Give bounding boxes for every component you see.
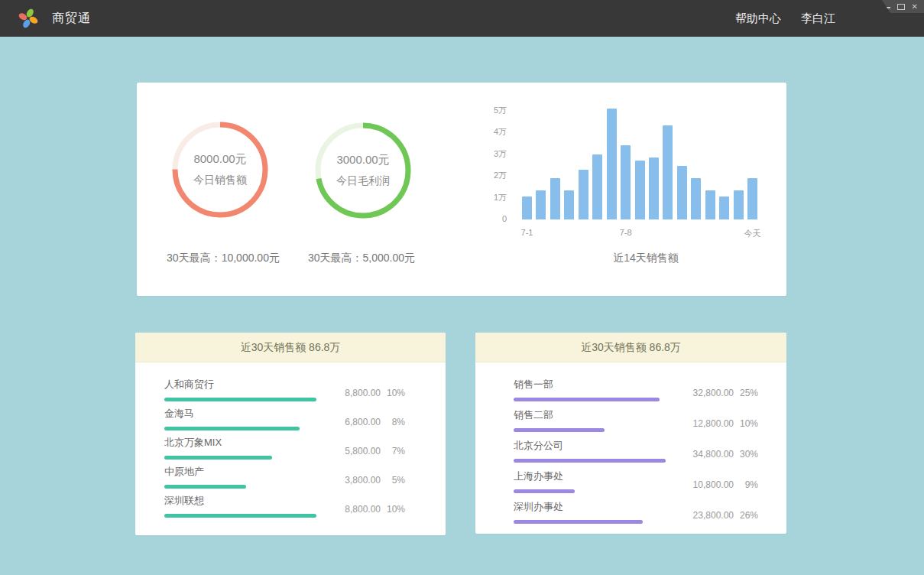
ranking-item-values: 3,800.00 5% xyxy=(321,475,405,486)
ranking-item-percent: 25% xyxy=(734,388,758,398)
ranking-item-value: 8,800.00 xyxy=(321,388,381,398)
ranking-item-value: 10,800.00 xyxy=(674,479,734,490)
ranking-item-percent: 8% xyxy=(381,417,405,427)
x-axis-tick-label: 7-1 xyxy=(521,228,533,237)
ranking-item-value: 5,800.00 xyxy=(321,446,381,456)
ranking-item-percent: 7% xyxy=(381,446,405,456)
ranking-list-item: 深圳办事处 23,800.00 26% xyxy=(475,500,786,519)
ranking-item-bar-track xyxy=(514,489,666,493)
ranking-item-value: 32,800.00 xyxy=(674,388,734,398)
close-icon[interactable]: ✕ xyxy=(912,3,918,11)
ranking-list-item: 北京万象MIX 5,800.00 7% xyxy=(135,436,446,455)
ranking-item-bar xyxy=(514,398,660,401)
ranking-item-value: 23,800.00 xyxy=(674,510,734,521)
today-sales-label: 今日销售额 xyxy=(193,174,247,187)
ranking-item-bar xyxy=(514,520,643,524)
chart-bar xyxy=(649,158,659,219)
ranking-item-bar xyxy=(514,459,666,463)
ranking-item-percent: 26% xyxy=(734,510,758,521)
chart-bar xyxy=(579,170,588,219)
today-profit-30day-max: 30天最高：5,000.00元 xyxy=(275,252,448,265)
ranking-item-value: 3,800.00 xyxy=(321,475,381,486)
help-center-link[interactable]: 帮助中心 xyxy=(735,11,781,26)
ranking-list-item: 中原地产 3,800.00 5% xyxy=(135,465,446,484)
ranking-item-bar xyxy=(514,489,575,493)
chart-bar xyxy=(677,166,687,219)
ranking-item-value: 12,800.00 xyxy=(674,418,734,429)
today-sales-donut: 8000.00元 今日销售额 xyxy=(170,120,270,219)
ranking-item-values: 34,800.00 30% xyxy=(674,449,758,460)
chart-bar xyxy=(719,197,729,219)
ranking-list-item: 深圳联想 8,800.00 10% xyxy=(135,494,446,513)
y-axis-tick-label: 1万 xyxy=(461,193,507,202)
ranking-list-item: 销售二部 12,800.00 10% xyxy=(475,408,786,427)
today-profit-value: 3000.00元 xyxy=(336,153,389,167)
ranking-item-percent: 30% xyxy=(734,449,758,460)
x-axis-tick-label: 今天 xyxy=(744,228,761,239)
ranking-list-item: 北京分公司 34,800.00 30% xyxy=(475,439,786,458)
bar-chart-caption: 近14天销售额 xyxy=(534,252,757,265)
ranking-item-bar xyxy=(164,485,246,489)
chart-bar xyxy=(635,161,645,219)
today-sales-value: 8000.00元 xyxy=(193,152,246,167)
chart-bar xyxy=(621,145,631,219)
ranking-item-bar-track xyxy=(164,427,316,430)
chart-bar xyxy=(663,125,673,220)
ranking-item-percent: 10% xyxy=(381,504,405,515)
ranking-item-values: 10,800.00 9% xyxy=(674,479,758,490)
ranking-item-percent: 10% xyxy=(381,388,405,398)
app-logo-pinwheel-icon xyxy=(17,7,40,30)
ranking-item-value: 6,800.00 xyxy=(321,417,381,427)
chart-bar xyxy=(550,178,560,219)
ranking-item-bar-track xyxy=(514,459,666,463)
chart-bar xyxy=(747,178,757,219)
ranking-item-value: 34,800.00 xyxy=(674,449,734,460)
ranking-list-item: 人和商贸行 8,800.00 10% xyxy=(135,378,446,397)
maximize-icon[interactable] xyxy=(897,4,905,10)
ranking-item-bar xyxy=(164,514,316,518)
ranking-item-percent: 9% xyxy=(734,479,758,490)
customer-ranking-list: 人和商贸行 8,800.00 10% 金海马 6,800.00 8% 北京万象M… xyxy=(135,362,446,513)
ranking-item-values: 8,800.00 10% xyxy=(321,388,405,398)
ranking-item-values: 5,800.00 7% xyxy=(321,446,405,456)
department-sales-ranking-card: 近30天销售额 86.8万 销售一部 32,800.00 25% 销售二部 12… xyxy=(475,333,786,534)
chart-bar xyxy=(536,190,546,219)
ranking-item-values: 32,800.00 25% xyxy=(674,388,758,398)
ranking-list-item: 金海马 6,800.00 8% xyxy=(135,407,446,426)
ranking-item-values: 8,800.00 10% xyxy=(321,504,405,515)
overview-card: 8000.00元 今日销售额 30天最高：10,000.00元 3000.00元… xyxy=(137,83,786,296)
y-axis-tick-label: 2万 xyxy=(461,171,507,180)
ranking-item-bar xyxy=(164,398,316,401)
y-axis-tick-label: 4万 xyxy=(461,128,507,136)
today-profit-donut: 3000.00元 今日毛利润 xyxy=(313,121,413,220)
customer-ranking-title: 近30天销售额 86.8万 xyxy=(135,333,446,362)
x-axis-tick-label: 7-8 xyxy=(620,228,632,237)
chart-bar xyxy=(564,190,574,219)
ranking-item-values: 23,800.00 26% xyxy=(674,510,758,521)
ranking-item-bar-track xyxy=(164,456,316,460)
chart-bar xyxy=(734,190,744,219)
ranking-list-item: 上海办事处 10,800.00 9% xyxy=(475,469,786,489)
y-axis-tick-label: 0 xyxy=(461,215,507,223)
ranking-item-bar-track xyxy=(164,514,316,518)
today-profit-label: 今日毛利润 xyxy=(336,174,390,188)
user-menu[interactable]: 李白江 xyxy=(801,11,835,26)
chart-bar xyxy=(607,109,617,219)
chart-bar xyxy=(592,154,602,219)
chart-bar xyxy=(691,178,701,219)
ranking-item-bar-track xyxy=(514,428,666,432)
y-axis-tick-label: 3万 xyxy=(461,150,507,158)
ranking-item-bar xyxy=(164,456,272,460)
chart-bar xyxy=(705,190,715,219)
ranking-item-bar xyxy=(514,428,605,432)
ranking-item-values: 12,800.00 10% xyxy=(674,418,758,429)
title-bar: 商贸通 帮助中心 李白江 ✕ xyxy=(0,0,924,37)
ranking-item-percent: 5% xyxy=(381,475,405,486)
minimize-icon[interactable] xyxy=(883,7,890,8)
department-ranking-title: 近30天销售额 86.8万 xyxy=(475,333,786,362)
app-title: 商贸通 xyxy=(52,0,91,37)
ranking-item-bar-track xyxy=(164,398,316,401)
ranking-list-item: 销售一部 32,800.00 25% xyxy=(475,378,786,397)
ranking-item-values: 6,800.00 8% xyxy=(321,417,405,427)
department-ranking-list: 销售一部 32,800.00 25% 销售二部 12,800.00 10% 北京… xyxy=(475,362,786,519)
